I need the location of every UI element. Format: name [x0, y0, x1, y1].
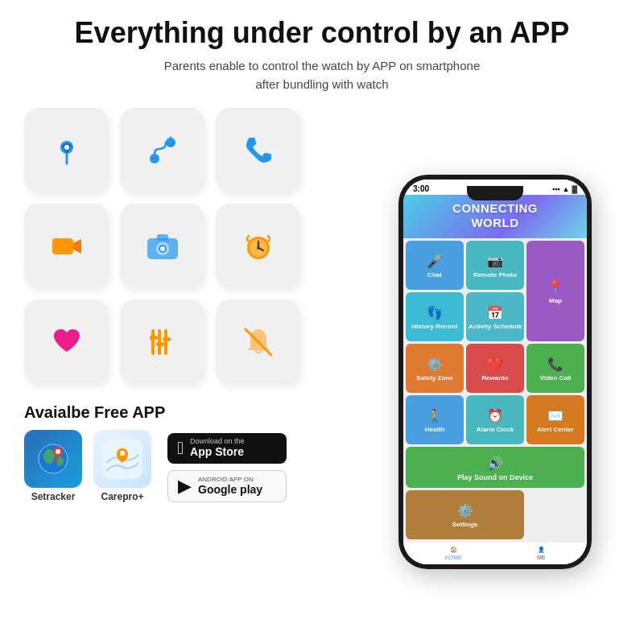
chat-icon: 🎤 — [427, 254, 443, 269]
googleplay-badge[interactable]: ▶ ANDROID APP ON Google play — [167, 470, 287, 502]
setracker-label: Setracker — [31, 491, 76, 502]
page: Everything under control by an APP Paren… — [0, 0, 644, 644]
phone-tile-alarm[interactable]: ⏰ Alarm Clock — [466, 395, 524, 444]
svg-point-30 — [56, 449, 60, 454]
svg-point-17 — [257, 246, 260, 250]
me-nav-label: ME — [537, 555, 546, 560]
map-label: Map — [549, 297, 562, 304]
store-badges:  Download on the App Store ▶ ANDROID AP… — [167, 433, 287, 502]
svg-rect-19 — [164, 329, 167, 355]
svg-rect-6 — [52, 238, 73, 254]
googleplay-main: Google play — [198, 483, 262, 497]
avail-row: Setracker — [24, 430, 362, 502]
avail-section: Avaialbe Free APP — [24, 403, 362, 502]
svg-rect-9 — [157, 234, 168, 241]
remotephoto-icon: 📷 — [487, 254, 503, 269]
icon-grid — [24, 108, 362, 384]
phone-tile-alertcenter[interactable]: ✉️ Alert Center — [526, 395, 584, 444]
phone-tile-chat[interactable]: 🎤 Chat — [406, 241, 464, 290]
carepro-icon — [93, 430, 151, 488]
appstore-main: App Store — [190, 445, 245, 459]
icon-cell-phone — [216, 108, 300, 192]
home-nav-label: HOME — [445, 555, 462, 560]
history-label: History Record — [411, 323, 457, 330]
android-icon: ▶ — [178, 476, 192, 497]
icon-cell-route — [120, 108, 204, 192]
icon-cell-camera — [120, 204, 204, 288]
phone-time: 3:00 — [413, 184, 429, 193]
phone-tile-health[interactable]: 🚶 Health — [406, 395, 464, 444]
alertcenter-label: Alert Center — [537, 426, 574, 433]
videocall-icon: 📞 — [547, 357, 564, 372]
phone-notch — [467, 186, 523, 200]
signal-icon: ▪▪▪ — [552, 185, 560, 193]
icon-cell-filter — [120, 299, 204, 384]
svg-point-3 — [150, 154, 159, 163]
health-label: Health — [425, 426, 444, 433]
app-logo-setracker: Setracker — [24, 430, 82, 502]
icon-cell-nobell — [216, 299, 300, 384]
phone-nav-me[interactable]: 👤 ME — [537, 547, 546, 560]
main-title: Everything under control by an APP — [24, 16, 620, 49]
rewards-label: Rewards — [481, 374, 508, 382]
phone-tile-remotephoto[interactable]: 📷 Remote Photo — [466, 241, 524, 290]
rewards-icon: ❤️ — [487, 357, 503, 372]
icon-cell-location — [24, 108, 109, 192]
appstore-text: Download on the App Store — [190, 438, 245, 459]
phone-tile-activity[interactable]: 📅 Activity Schedule — [466, 292, 524, 341]
settings-icon: ⚙️ — [457, 503, 473, 518]
playsound-label: Play Sound on Device — [457, 473, 533, 481]
phone-app-grid: 🎤 Chat 📷 Remote Photo 📍 Map 👣 — [403, 238, 587, 542]
wifi-icon: ▲ — [563, 185, 570, 193]
googleplay-sub: ANDROID APP ON — [198, 477, 262, 483]
svg-point-27 — [43, 449, 55, 464]
svg-rect-21 — [150, 336, 158, 340]
phone-nav: 🏠 HOME 👤 ME — [403, 542, 587, 564]
googleplay-text: ANDROID APP ON Google play — [198, 477, 262, 497]
right-panel: 3:00 ▪▪▪ ▲ ▓ CONNECTINGWORLD — [370, 108, 620, 636]
settings-label: Settings — [452, 521, 478, 528]
activity-label: Activity Schedule — [469, 323, 522, 330]
svg-rect-22 — [156, 342, 164, 346]
svg-rect-23 — [163, 337, 171, 341]
phone-tile-settings[interactable]: ⚙️ Settings — [406, 490, 524, 539]
phone-status-right: ▪▪▪ ▲ ▓ — [552, 185, 577, 193]
phone-tile-rewards[interactable]: ❤️ Rewards — [466, 344, 524, 393]
svg-point-2 — [64, 145, 69, 150]
safetyzone-label: Safety Zone — [416, 374, 452, 382]
phone-tile-safetyzone[interactable]: ⚙️ Safety Zone — [406, 344, 464, 393]
svg-point-12 — [160, 246, 165, 251]
icon-cell-alarm — [216, 204, 300, 288]
map-icon: 📍 — [547, 279, 564, 295]
home-nav-icon: 🏠 — [450, 547, 457, 553]
phone-tile-map[interactable]: 📍 Map — [526, 241, 584, 341]
svg-marker-7 — [73, 239, 81, 254]
safetyzone-icon: ⚙️ — [427, 357, 443, 372]
phone-screen: 3:00 ▪▪▪ ▲ ▓ CONNECTINGWORLD — [403, 180, 587, 564]
apple-icon:  — [177, 438, 184, 459]
svg-point-33 — [120, 451, 125, 456]
phone-app-header: CONNECTINGWORLD — [403, 195, 587, 238]
chat-label: Chat — [427, 271, 442, 279]
phone-tile-playsound[interactable]: 🔊 Play Sound on Device — [406, 447, 584, 488]
playsound-icon: 🔊 — [487, 456, 503, 471]
phone-mockup: 3:00 ▪▪▪ ▲ ▓ CONNECTINGWORLD — [398, 175, 592, 569]
phone-nav-home[interactable]: 🏠 HOME — [445, 547, 462, 560]
avail-title: Avaialbe Free APP — [24, 403, 362, 422]
phone-tile-videocall[interactable]: 📞 Video Call — [526, 344, 584, 393]
videocall-label: Video Call — [540, 374, 572, 382]
appstore-badge[interactable]:  Download on the App Store — [167, 433, 287, 464]
health-icon: 🚶 — [427, 408, 443, 423]
battery-icon: ▓ — [572, 185, 577, 193]
alarm-icon: ⏰ — [487, 408, 503, 423]
alertcenter-icon: ✉️ — [547, 408, 564, 423]
phone-header-text: CONNECTINGWORLD — [452, 201, 538, 230]
svg-rect-20 — [151, 329, 155, 355]
phone-tile-history[interactable]: 👣 History Record — [406, 292, 464, 341]
appstore-sub: Download on the — [190, 438, 245, 445]
content-area: Avaialbe Free APP — [24, 108, 620, 636]
icon-cell-video — [24, 204, 109, 288]
setracker-icon — [24, 430, 82, 488]
history-icon: 👣 — [427, 305, 443, 320]
activity-icon: 📅 — [487, 305, 503, 320]
